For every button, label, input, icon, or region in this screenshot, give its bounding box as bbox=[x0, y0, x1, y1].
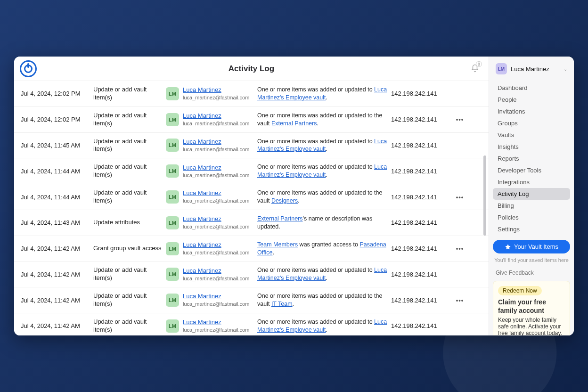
user-link[interactable]: Luca Martinez bbox=[183, 164, 249, 172]
user-email: luca_martinez@fastmail.com bbox=[183, 94, 249, 101]
timestamp: Jul 4, 2024, 11:44 AM bbox=[21, 168, 91, 175]
app-window: Activity Log 0 Jul 4, 2024, 12:02 PMUpda… bbox=[14, 57, 574, 335]
sidebar-item-people[interactable]: People bbox=[493, 94, 570, 106]
ip-address: 142.198.242.141 bbox=[391, 194, 452, 201]
account-avatar: LM bbox=[496, 63, 507, 74]
user-link[interactable]: Luca Martinez bbox=[183, 138, 249, 146]
table-row: Jul 4, 2024, 11:43 AMUpdate attributesLM… bbox=[14, 210, 489, 236]
user-cell: LMLuca Martinezluca_martinez@fastmail.co… bbox=[166, 293, 255, 307]
action-type: Update or add vault item(s) bbox=[93, 266, 164, 282]
promo-title: Claim your free family account bbox=[498, 298, 565, 315]
vault-caption: You'll find your saved items here bbox=[493, 257, 570, 263]
scrollbar-thumb[interactable] bbox=[483, 155, 486, 236]
table-row: Jul 4, 2024, 11:42 AMUpdate or add vault… bbox=[14, 287, 489, 313]
account-name: Luca Martinez bbox=[511, 65, 549, 73]
user-cell: LMLuca Martinezluca_martinez@fastmail.co… bbox=[166, 241, 255, 256]
sidebar-item-settings[interactable]: Settings bbox=[493, 223, 570, 235]
user-link[interactable]: Luca Martinez bbox=[183, 318, 249, 327]
vault-link[interactable]: External Partners bbox=[271, 120, 317, 127]
timestamp: Jul 4, 2024, 11:42 AM bbox=[21, 322, 91, 329]
user-cell: LMLuca Martinezluca_martinez@fastmail.co… bbox=[166, 86, 255, 101]
user-avatar: LM bbox=[166, 268, 179, 281]
give-feedback-link[interactable]: Give Feedback bbox=[493, 270, 570, 276]
notification-count: 0 bbox=[476, 61, 482, 67]
notifications-button[interactable]: 0 bbox=[469, 62, 481, 74]
user-link[interactable]: Luca Martinez bbox=[183, 86, 249, 94]
user-email: luca_martinez@fastmail.com bbox=[183, 301, 249, 307]
sidebar-item-billing[interactable]: Billing bbox=[493, 200, 570, 212]
description: One or more items was added or updated t… bbox=[257, 189, 389, 205]
row-actions-button[interactable]: ••• bbox=[454, 191, 466, 203]
titlebar: Activity Log 0 bbox=[14, 57, 489, 81]
user-link[interactable]: Luca Martinez bbox=[183, 189, 249, 197]
action-type: Grant group vault access bbox=[93, 245, 164, 253]
user-avatar: LM bbox=[166, 113, 179, 126]
user-cell: LMLuca Martinezluca_martinez@fastmail.co… bbox=[166, 215, 255, 230]
sidebar-item-vaults[interactable]: Vaults bbox=[493, 129, 570, 141]
vault-link[interactable]: Luca Martinez's Employee vault bbox=[257, 163, 387, 178]
ip-address: 142.198.242.141 bbox=[391, 116, 452, 123]
activity-table: Jul 4, 2024, 12:02 PMUpdate or add vault… bbox=[14, 81, 489, 335]
sidebar-item-insights[interactable]: Insights bbox=[493, 141, 570, 153]
sidebar-item-dashboard[interactable]: Dashboard bbox=[493, 82, 570, 94]
vault-link[interactable]: Designers bbox=[271, 197, 298, 204]
vault-items-button[interactable]: Your Vault Items bbox=[493, 240, 570, 253]
user-link[interactable]: Luca Martinez bbox=[183, 215, 249, 223]
user-email: luca_martinez@fastmail.com bbox=[183, 146, 249, 153]
description: Team Members was granted access to Pasad… bbox=[257, 241, 389, 257]
app-logo-icon bbox=[20, 60, 37, 77]
user-avatar: LM bbox=[166, 216, 179, 229]
vault-link[interactable]: External Partners bbox=[257, 215, 303, 222]
ip-address: 142.198.242.141 bbox=[391, 297, 452, 304]
user-avatar: LM bbox=[166, 87, 179, 100]
sidebar-item-invitations[interactable]: Invitations bbox=[493, 106, 570, 117]
user-email: luca_martinez@fastmail.com bbox=[183, 120, 249, 127]
user-avatar: LM bbox=[166, 294, 179, 307]
redeem-button[interactable]: Redeem Now bbox=[498, 286, 542, 295]
table-row: Jul 4, 2024, 11:45 AMUpdate or add vault… bbox=[14, 133, 489, 159]
table-row: Jul 4, 2024, 11:42 AMGrant group vault a… bbox=[14, 236, 489, 262]
user-link[interactable]: Luca Martinez bbox=[183, 241, 249, 249]
user-link[interactable]: Luca Martinez bbox=[183, 267, 249, 275]
timestamp: Jul 4, 2024, 11:44 AM bbox=[21, 194, 91, 201]
table-row: Jul 4, 2024, 11:44 AMUpdate or add vault… bbox=[14, 184, 489, 210]
vault-link[interactable]: IT Team bbox=[271, 301, 293, 307]
timestamp: Jul 4, 2024, 12:02 PM bbox=[21, 116, 91, 123]
sidebar-item-developer-tools[interactable]: Developer Tools bbox=[493, 164, 570, 176]
action-type: Update or add vault item(s) bbox=[93, 86, 164, 102]
user-link[interactable]: Luca Martinez bbox=[183, 293, 249, 301]
vault-link[interactable]: Luca Martinez's Employee vault bbox=[257, 138, 387, 153]
table-row: Jul 4, 2024, 11:44 AMUpdate or add vault… bbox=[14, 158, 489, 184]
user-link[interactable]: Luca Martinez bbox=[183, 112, 249, 120]
action-type: Update or add vault item(s) bbox=[93, 163, 164, 179]
description: One or more items was added or updated t… bbox=[257, 266, 389, 282]
user-avatar: LM bbox=[166, 319, 179, 333]
user-email: luca_martinez@fastmail.com bbox=[183, 197, 249, 204]
user-cell: LMLuca Martinezluca_martinez@fastmail.co… bbox=[166, 318, 255, 333]
ip-address: 142.198.242.141 bbox=[391, 322, 452, 329]
sidebar-item-policies[interactable]: Policies bbox=[493, 212, 570, 223]
sidebar-item-reports[interactable]: Reports bbox=[493, 153, 570, 164]
description: One or more items was added or updated t… bbox=[257, 292, 389, 308]
row-actions-button[interactable]: ••• bbox=[454, 243, 466, 254]
timestamp: Jul 4, 2024, 11:42 AM bbox=[21, 271, 91, 278]
row-actions-button[interactable]: ••• bbox=[454, 114, 466, 125]
table-row: Jul 4, 2024, 12:02 PMUpdate or add vault… bbox=[14, 81, 489, 107]
vault-link[interactable]: Luca Martinez's Employee vault bbox=[257, 318, 387, 333]
description: One or more items was added or updated t… bbox=[257, 163, 389, 179]
sidebar-item-integrations[interactable]: Integrations bbox=[493, 176, 570, 188]
description: One or more items was added or updated t… bbox=[257, 86, 389, 102]
vault-link[interactable]: Luca Martinez's Employee vault bbox=[257, 86, 387, 101]
vault-link[interactable]: Team Members bbox=[257, 241, 298, 248]
main-panel: Activity Log 0 Jul 4, 2024, 12:02 PMUpda… bbox=[14, 57, 489, 335]
promo-card: Redeem Now Claim your free family accoun… bbox=[493, 281, 570, 335]
sidebar-item-activity-log[interactable]: Activity Log bbox=[493, 188, 570, 200]
account-menu[interactable]: LM Luca Martinez ⌄ bbox=[493, 61, 570, 76]
user-cell: LMLuca Martinezluca_martinez@fastmail.co… bbox=[166, 112, 255, 127]
user-email: luca_martinez@fastmail.com bbox=[183, 249, 249, 256]
sidebar-nav: DashboardPeopleInvitationsGroupsVaultsIn… bbox=[493, 82, 570, 235]
sidebar-item-groups[interactable]: Groups bbox=[493, 117, 570, 129]
user-email: luca_martinez@fastmail.com bbox=[183, 275, 249, 282]
vault-link[interactable]: Luca Martinez's Employee vault bbox=[257, 267, 387, 281]
row-actions-button[interactable]: ••• bbox=[454, 294, 466, 306]
